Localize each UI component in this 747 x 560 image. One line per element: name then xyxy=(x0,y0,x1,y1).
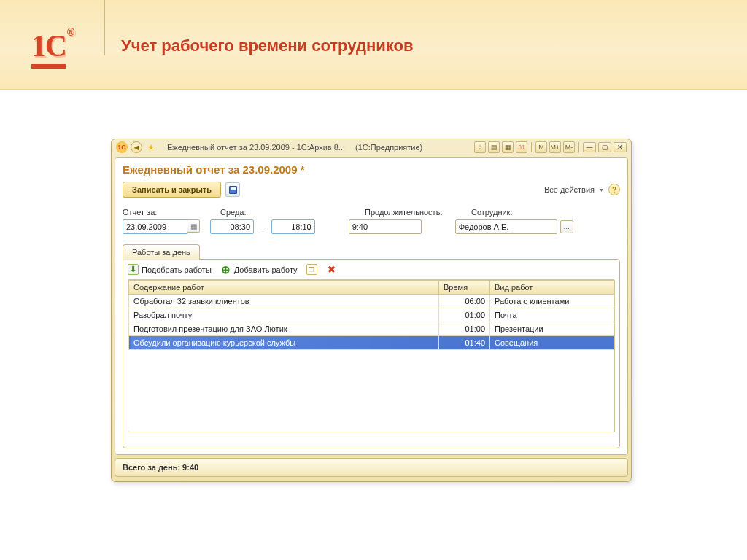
label-report-for: Отчет за: xyxy=(123,208,207,217)
employee-lookup-icon[interactable]: … xyxy=(560,220,573,233)
memory-mminus-button[interactable]: M- xyxy=(563,141,575,153)
close-button[interactable]: ✕ xyxy=(614,142,627,152)
save-close-button[interactable]: Записать и закрыть xyxy=(123,182,221,198)
slide-title-box: Учет рабочего времени сотрудников xyxy=(104,0,413,55)
cell-kind: Почта xyxy=(490,308,614,322)
window-title-left: Ежедневный отчет за 23.09.2009 - 1С:Архи… xyxy=(167,143,345,152)
minimize-button[interactable]: — xyxy=(583,142,596,152)
save-button[interactable] xyxy=(225,182,240,197)
tool-btn-2[interactable]: ▤ xyxy=(488,141,500,153)
app-icon: 1C xyxy=(116,141,128,153)
slide-header: 1C® Учет рабочего времени сотрудников xyxy=(0,0,747,90)
cell-content: Обработал 32 заявки клиентов xyxy=(129,295,439,308)
time-dash: - xyxy=(261,222,264,231)
calculator-icon[interactable]: ▦ xyxy=(502,141,514,153)
tab-panel: ⬇ Подобрать работы ⊕ Добавить работу ❐ ✖ xyxy=(123,259,620,448)
col-time[interactable]: Время xyxy=(439,281,490,295)
app-window: 1C ◄ ★ Ежедневный отчет за 23.09.2009 - … xyxy=(111,139,632,482)
tool-btn-1[interactable]: ☆ xyxy=(474,141,486,153)
col-content[interactable]: Содержание работ xyxy=(129,281,439,295)
chevron-down-icon: ▼ xyxy=(599,187,604,192)
pick-works-button[interactable]: ⬇ Подобрать работы xyxy=(128,264,212,275)
table-header-row: Содержание работ Время Вид работ xyxy=(129,281,614,295)
document-body: Ежедневный отчет за 23.09.2009 * Записат… xyxy=(115,157,628,455)
all-actions-link[interactable]: Все действия xyxy=(544,185,595,194)
table-row[interactable]: Разобрал почту 01:00 Почта xyxy=(129,308,614,322)
cell-time: 06:00 xyxy=(439,295,490,308)
table-row[interactable]: Обработал 32 заявки клиентов 06:00 Работ… xyxy=(129,295,614,308)
date-input[interactable]: 23.09.2009 xyxy=(123,219,188,234)
col-kind[interactable]: Вид работ xyxy=(490,281,614,295)
cell-kind: Презентации xyxy=(490,322,614,336)
cell-time: 01:00 xyxy=(439,322,490,336)
add-work-button[interactable]: ⊕ Добавить работу xyxy=(220,264,298,275)
field-inputs: 23.09.2009 ▦ 08:30 - 18:10 9:40 Федоров … xyxy=(123,219,620,234)
employee-input[interactable]: Федоров А.Е. xyxy=(455,219,557,234)
tabstrip: Работы за день ⬇ Подобрать работы ⊕ Доба… xyxy=(123,244,620,448)
label-duration: Продолжительность: xyxy=(365,208,458,217)
pick-icon: ⬇ xyxy=(128,264,139,275)
cell-time: 01:40 xyxy=(439,336,490,350)
help-icon[interactable]: ? xyxy=(608,184,620,195)
document-title: Ежедневный отчет за 23.09.2009 * xyxy=(123,163,620,176)
works-grid: Содержание работ Время Вид работ Обработ… xyxy=(128,279,615,432)
field-labels: Отчет за: Среда: Продолжительность: Сотр… xyxy=(123,208,620,217)
plus-icon: ⊕ xyxy=(220,264,231,275)
cell-time: 01:00 xyxy=(439,308,490,322)
back-button[interactable]: ◄ xyxy=(131,141,142,153)
duration-input[interactable]: 9:40 xyxy=(349,219,422,234)
label-weekday: Среда: xyxy=(220,208,352,217)
logo-1c: 1C® xyxy=(0,0,104,89)
cell-content: Разобрал почту xyxy=(129,308,439,322)
tab-toolbar: ⬇ Подобрать работы ⊕ Добавить работу ❐ ✖ xyxy=(128,264,615,275)
calendar-icon[interactable]: 31 xyxy=(516,141,527,153)
memory-mplus-button[interactable]: M+ xyxy=(549,141,561,153)
favorite-icon[interactable]: ★ xyxy=(145,141,157,153)
start-time-input[interactable]: 08:30 xyxy=(210,219,254,234)
tab-work-per-day[interactable]: Работы за день xyxy=(123,244,200,260)
window-title-right: (1С:Предприятие) xyxy=(355,143,422,152)
date-picker-icon[interactable]: ▦ xyxy=(187,219,200,233)
disk-icon xyxy=(229,186,237,194)
action-row: Записать и закрыть Все действия ▼ ? xyxy=(123,182,620,198)
cell-kind: Работа с клиентами xyxy=(490,295,614,308)
document-footer: Всего за день: 9:40 xyxy=(115,458,628,477)
cell-kind: Совещания xyxy=(490,336,614,350)
end-time-input[interactable]: 18:10 xyxy=(271,219,315,234)
window-titlebar: 1C ◄ ★ Ежедневный отчет за 23.09.2009 - … xyxy=(112,139,631,155)
delete-row-button[interactable]: ✖ xyxy=(326,264,337,275)
copy-row-button[interactable]: ❐ xyxy=(306,264,317,275)
maximize-button[interactable]: ▢ xyxy=(598,142,611,152)
slide-title: Учет рабочего времени сотрудников xyxy=(121,36,413,55)
memory-m-button[interactable]: M xyxy=(535,141,547,153)
cell-content: Подготовил презентацию для ЗАО Лютик xyxy=(129,322,439,336)
pick-works-label: Подобрать работы xyxy=(142,265,212,274)
table-row-selected[interactable]: Обсудили организацию курьерской службы 0… xyxy=(129,336,614,350)
add-work-label: Добавить работу xyxy=(234,265,298,274)
table-row[interactable]: Подготовил презентацию для ЗАО Лютик 01:… xyxy=(129,322,614,336)
label-employee: Сотрудник: xyxy=(471,208,513,217)
cell-content: Обсудили организацию курьерской службы xyxy=(129,336,439,350)
